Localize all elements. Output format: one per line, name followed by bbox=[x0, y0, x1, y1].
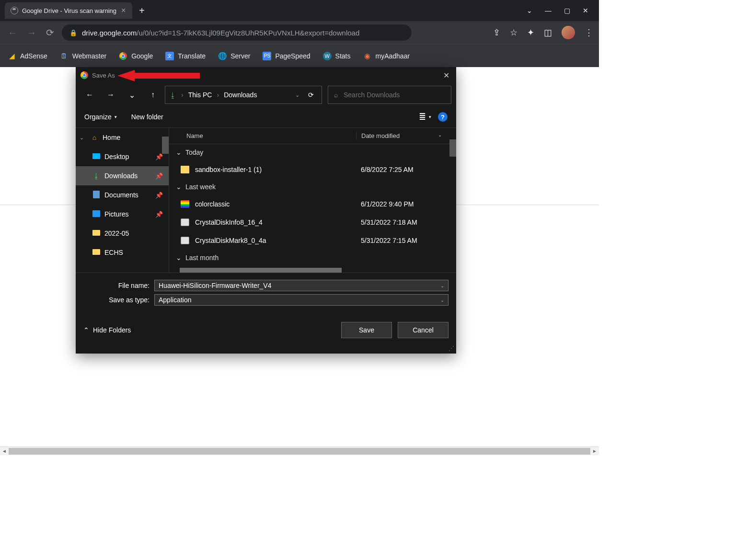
folder-icon bbox=[181, 166, 189, 173]
desktop-icon bbox=[92, 153, 100, 159]
bookmark-server[interactable]: 🌐Server bbox=[218, 52, 250, 60]
breadcrumb-item[interactable]: Downloads bbox=[224, 91, 257, 99]
application-icon bbox=[181, 237, 189, 244]
reload-button[interactable]: ⟳ bbox=[44, 25, 56, 40]
chevron-down-icon: ⌄ bbox=[176, 183, 182, 191]
cancel-button[interactable]: Cancel bbox=[398, 322, 448, 338]
download-icon: ⭳ bbox=[92, 172, 101, 180]
window-close-icon[interactable]: ✕ bbox=[583, 7, 588, 14]
sidebar-scrollbar[interactable] bbox=[162, 137, 169, 154]
folder-icon bbox=[92, 230, 100, 236]
tab-title: Google Drive - Virus scan warning bbox=[22, 7, 116, 14]
bookmark-adsense[interactable]: ◢AdSense bbox=[8, 52, 47, 60]
bookmark-webmaster[interactable]: 🗓Webmaster bbox=[60, 52, 106, 60]
save-button[interactable]: Save bbox=[341, 322, 392, 338]
help-icon[interactable]: ? bbox=[438, 112, 448, 122]
rainbow-icon bbox=[181, 200, 189, 208]
folder-icon bbox=[92, 249, 100, 255]
sidepanel-icon[interactable]: ◫ bbox=[544, 27, 552, 38]
url-text: drive.google.com/u/0/uc?id=1S-7lkK63Ljl0… bbox=[82, 29, 359, 37]
column-header-date[interactable]: Date modified⌄ bbox=[356, 132, 456, 139]
sidebar-item-folder[interactable]: ECHS bbox=[76, 243, 169, 262]
chevron-down-icon: ⌄ bbox=[176, 149, 182, 156]
bookmarks-bar: ◢AdSense 🗓Webmaster Google 文Translate 🌐S… bbox=[0, 44, 599, 67]
scroll-left-icon[interactable]: ◄ bbox=[0, 448, 9, 454]
file-group[interactable]: ⌄Today bbox=[169, 144, 456, 160]
sidebar-item-pictures[interactable]: Pictures 📌 bbox=[76, 205, 169, 224]
sidebar-item-desktop[interactable]: Desktop 📌 bbox=[76, 147, 169, 166]
sidebar-item-home[interactable]: ⌄ ⌂ Home bbox=[76, 128, 169, 147]
forward-button[interactable]: → bbox=[25, 25, 38, 40]
dialog-titlebar[interactable]: Save As ✕ bbox=[76, 67, 456, 83]
application-icon bbox=[181, 218, 189, 226]
window-controls: ⌄ — ▢ ✕ bbox=[516, 0, 599, 21]
new-folder-button[interactable]: New folder bbox=[131, 113, 163, 121]
profile-avatar[interactable] bbox=[562, 26, 575, 39]
search-input[interactable] bbox=[344, 91, 445, 99]
chevron-down-icon: ⌄ bbox=[438, 132, 442, 137]
star-icon[interactable]: ☆ bbox=[510, 27, 518, 38]
breadcrumb-item[interactable]: This PC bbox=[188, 91, 212, 99]
bookmark-stats[interactable]: WStats bbox=[323, 52, 351, 60]
search-box[interactable]: ⌕ bbox=[328, 86, 451, 104]
file-group[interactable]: ⌄Last month bbox=[169, 250, 456, 266]
extensions-icon[interactable]: ✦ bbox=[527, 27, 534, 38]
file-list-header: Name Date modified⌄ bbox=[169, 128, 456, 144]
nav-up-button[interactable]: ↑ bbox=[144, 86, 162, 104]
share-icon[interactable]: ⇪ bbox=[493, 27, 500, 38]
browser-tab[interactable]: Google Drive - Virus scan warning × bbox=[5, 2, 132, 19]
nav-recent-button[interactable]: ⌄ bbox=[123, 86, 141, 104]
bookmark-pagespeed[interactable]: PSPageSpeed bbox=[263, 52, 310, 60]
view-options-button[interactable]: ≣ ▾ bbox=[419, 112, 431, 122]
menu-icon[interactable]: ⋮ bbox=[585, 27, 593, 38]
filename-input[interactable]: Huawei-HiSilicon-Firmware-Writer_V4 ⌄ bbox=[154, 280, 448, 291]
filelist-scrollbar[interactable] bbox=[449, 139, 456, 157]
sidebar: ⌄ ⌂ Home Desktop 📌 ⭳ Downloads 📌 Documen… bbox=[76, 128, 169, 273]
file-row[interactable]: CrystalDiskMark8_0_4a 5/31/2022 7:15 AM bbox=[169, 231, 456, 250]
breadcrumb-expand-icon[interactable]: ⌄ bbox=[295, 92, 299, 98]
scroll-right-icon[interactable]: ► bbox=[590, 448, 599, 454]
dialog-close-icon[interactable]: ✕ bbox=[441, 69, 451, 82]
new-tab-button[interactable]: + bbox=[132, 3, 151, 18]
column-header-name[interactable]: Name bbox=[169, 132, 356, 139]
minimize-icon[interactable]: — bbox=[545, 7, 552, 14]
bookmark-google[interactable]: Google bbox=[119, 52, 153, 60]
bookmark-myaadhaar[interactable]: ◉myAadhaar bbox=[363, 52, 410, 60]
close-tab-icon[interactable]: × bbox=[120, 6, 126, 15]
chevron-down-icon[interactable]: ⌄ bbox=[440, 283, 444, 288]
lock-icon: 🔒 bbox=[69, 29, 77, 36]
chevron-down-icon: ⌄ bbox=[80, 135, 86, 141]
nav-forward-button[interactable]: → bbox=[102, 86, 120, 104]
file-row[interactable]: colorclassic 6/1/2022 9:40 PM bbox=[169, 195, 456, 213]
filename-label: File name: bbox=[83, 282, 154, 289]
address-bar[interactable]: 🔒 drive.google.com/u/0/uc?id=1S-7lkK63Lj… bbox=[62, 24, 412, 41]
file-row[interactable]: CrystalDiskInfo8_16_4 5/31/2022 7:18 AM bbox=[169, 213, 456, 231]
dialog-title: Save As bbox=[92, 72, 115, 79]
back-button[interactable]: ← bbox=[6, 25, 19, 40]
browser-chrome: Google Drive - Virus scan warning × + ⌄ … bbox=[0, 0, 599, 67]
hide-folders-button[interactable]: ⌃Hide Folders bbox=[83, 326, 131, 334]
scroll-thumb[interactable] bbox=[9, 448, 590, 455]
pin-icon: 📌 bbox=[155, 153, 163, 160]
sidebar-item-folder[interactable]: 2022-05 bbox=[76, 224, 169, 243]
page-h-scrollbar[interactable]: ◄ ► bbox=[0, 446, 599, 455]
file-group[interactable]: ⌄Last week bbox=[169, 179, 456, 195]
breadcrumb-refresh-icon[interactable]: ⟳ bbox=[304, 91, 318, 99]
picture-icon bbox=[92, 210, 100, 217]
resize-grip[interactable]: ⋰ bbox=[448, 345, 454, 352]
search-icon: ⌕ bbox=[334, 91, 338, 99]
nav-back-button[interactable]: ← bbox=[80, 86, 99, 104]
bookmark-translate[interactable]: 文Translate bbox=[165, 52, 206, 60]
sidebar-item-documents[interactable]: Documents 📌 bbox=[76, 185, 169, 205]
pin-icon: 📌 bbox=[155, 211, 163, 218]
maximize-icon[interactable]: ▢ bbox=[564, 7, 570, 14]
document-icon bbox=[93, 191, 100, 198]
organize-button[interactable]: Organize ▾ bbox=[84, 113, 117, 121]
file-row[interactable]: sandbox-installer-1 (1) 6/8/2022 7:25 AM bbox=[169, 160, 456, 179]
filelist-h-scrollbar[interactable] bbox=[180, 268, 342, 273]
chevron-down-icon[interactable]: ⌄ bbox=[440, 297, 444, 303]
window-dropdown-icon[interactable]: ⌄ bbox=[527, 7, 532, 14]
savetype-select[interactable]: Application ⌄ bbox=[154, 294, 448, 306]
sidebar-item-downloads[interactable]: ⭳ Downloads 📌 bbox=[76, 166, 169, 185]
breadcrumb[interactable]: ⭳ › This PC › Downloads ⌄ ⟳ bbox=[165, 86, 322, 104]
